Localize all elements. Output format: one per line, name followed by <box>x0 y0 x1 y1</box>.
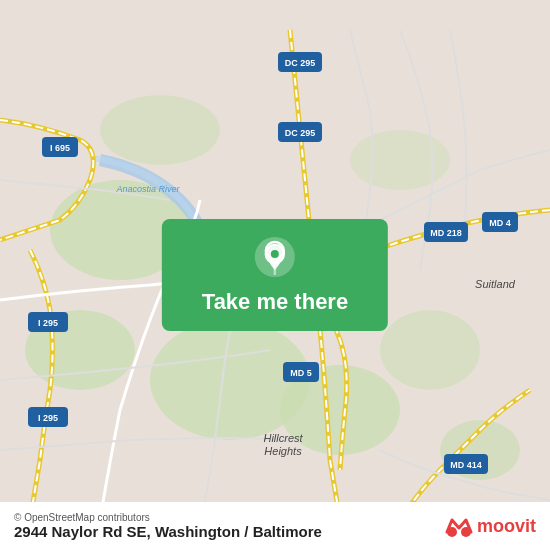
svg-point-6 <box>100 95 220 165</box>
address-text: 2944 Naylor Rd SE, Washington / Baltimor… <box>14 523 322 540</box>
svg-text:MD 414: MD 414 <box>450 460 482 470</box>
location-pin-icon <box>253 235 297 279</box>
svg-point-35 <box>271 250 279 258</box>
bottom-bar: © OpenStreetMap contributors 2944 Naylor… <box>0 502 550 550</box>
moovit-logo: moovit <box>445 512 536 540</box>
svg-text:Hillcrest: Hillcrest <box>263 432 303 444</box>
take-me-there-button[interactable]: Take me there <box>162 219 388 331</box>
map-attribution: © OpenStreetMap contributors <box>14 512 322 523</box>
address-block: © OpenStreetMap contributors 2944 Naylor… <box>14 512 322 540</box>
svg-text:I 295: I 295 <box>38 318 58 328</box>
cta-button-container: Take me there <box>162 219 388 331</box>
svg-point-4 <box>380 310 480 390</box>
svg-text:Anacostia River: Anacostia River <box>115 184 180 194</box>
moovit-brand-text: moovit <box>477 516 536 537</box>
cta-button-label: Take me there <box>202 289 348 315</box>
svg-text:I 695: I 695 <box>50 143 70 153</box>
svg-point-7 <box>350 130 450 190</box>
svg-text:MD 4: MD 4 <box>489 218 511 228</box>
svg-text:DC 295: DC 295 <box>285 58 316 68</box>
svg-text:MD 5: MD 5 <box>290 368 312 378</box>
svg-text:I 295: I 295 <box>38 413 58 423</box>
svg-text:Heights: Heights <box>264 445 302 457</box>
svg-text:Suitland: Suitland <box>475 278 516 290</box>
svg-text:DC 295: DC 295 <box>285 128 316 138</box>
svg-text:MD 218: MD 218 <box>430 228 462 238</box>
moovit-brand-icon <box>445 512 473 540</box>
map-container: I 695 DC 295 DC 295 MD 218 MD 4 MD 5 MD … <box>0 0 550 550</box>
